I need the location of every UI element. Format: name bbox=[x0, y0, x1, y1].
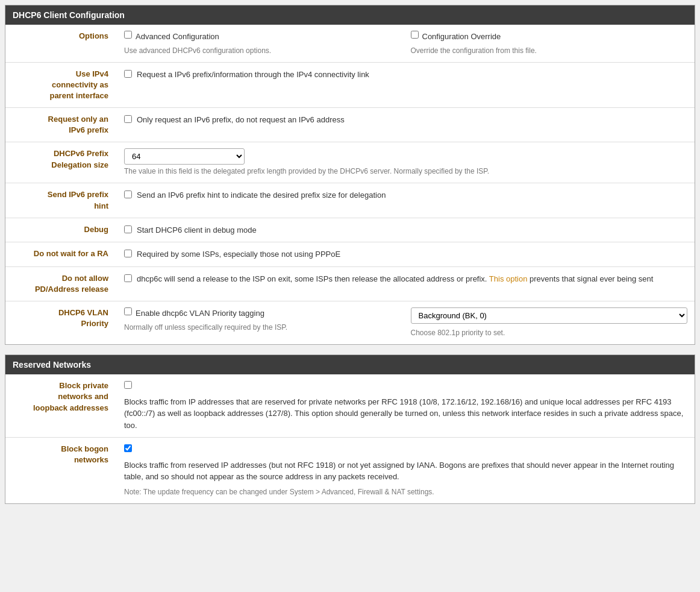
ipv6-prefix-only-content: Only request an IPv6 prefix, do not requ… bbox=[117, 108, 695, 142]
debug-text: Start DHCP6 client in debug mode bbox=[137, 224, 257, 236]
block-private-checkbox[interactable] bbox=[124, 381, 132, 389]
ipv6-prefix-only-row: Request only anIPv6 prefix Only request … bbox=[5, 108, 695, 142]
ipv4-parent-text: Request a IPv6 prefix/information throug… bbox=[137, 69, 369, 81]
options-content: Advanced Configuration Use advanced DHCP… bbox=[117, 25, 695, 62]
ipv4-parent-content: Request a IPv6 prefix/information throug… bbox=[117, 62, 695, 108]
pd-release-content: dhcp6c will send a release to the ISP on… bbox=[117, 266, 695, 301]
dhcp6-panel: DHCP6 Client Configuration Options Advan… bbox=[5, 5, 695, 345]
prefix-delegation-desc: The value in this field is the delegated… bbox=[124, 166, 687, 177]
vlan-priority-left-desc: Normally off unless specifically require… bbox=[124, 322, 401, 333]
vlan-priority-select[interactable]: Background (BK, 0) Best Effort (BE, 1) E… bbox=[411, 307, 688, 324]
block-private-row: Block privatenetworks andloopback addres… bbox=[5, 374, 695, 438]
vlan-right: Background (BK, 0) Best Effort (BE, 1) E… bbox=[411, 307, 688, 338]
ipv6-prefix-hint-content: Send an IPv6 prefix hint to indicate the… bbox=[117, 183, 695, 218]
ipv4-parent-label: Use IPv4connectivity asparent interface bbox=[5, 62, 117, 108]
no-wait-ra-checkbox[interactable] bbox=[124, 250, 132, 257]
prefix-delegation-row: DHCPv6 PrefixDelegation size 48 52 56 60… bbox=[5, 142, 695, 183]
ipv6-prefix-hint-row: Send IPv6 prefixhint Send an IPv6 prefix… bbox=[5, 183, 695, 218]
no-wait-ra-row: Do not wait for a RA Required by some IS… bbox=[5, 242, 695, 267]
ipv6-prefix-only-checkbox[interactable] bbox=[124, 115, 132, 123]
ipv6-prefix-only-label: Request only anIPv6 prefix bbox=[5, 108, 117, 142]
advanced-config-label: Advanced Configuration bbox=[136, 31, 219, 43]
prefix-delegation-select[interactable]: 48 52 56 60 62 63 64 bbox=[124, 148, 245, 165]
vlan-priority-right-desc: Choose 802.1p priority to set. bbox=[411, 327, 688, 338]
advanced-config-desc: Use advanced DHCPv6 configuration option… bbox=[124, 45, 401, 56]
block-bogon-content: Blocks traffic from reserved IP addresse… bbox=[117, 438, 695, 503]
vlan-priority-label: DHCP6 VLANPriority bbox=[5, 301, 117, 345]
pd-release-highlight: This option bbox=[489, 274, 528, 283]
reserved-networks-header: Reserved Networks bbox=[5, 355, 695, 374]
config-override-row: Configuration Override bbox=[411, 31, 688, 43]
options-label: Options bbox=[5, 25, 117, 62]
vlan-priority-text: Enable dhcp6c VLAN Priority tagging bbox=[136, 307, 264, 320]
vlan-checkbox-row: Enable dhcp6c VLAN Priority tagging bbox=[124, 307, 401, 320]
no-wait-ra-content: Required by some ISPs, especially those … bbox=[117, 242, 695, 267]
vlan-left: Enable dhcp6c VLAN Priority tagging Norm… bbox=[124, 307, 401, 338]
advanced-config-row: Advanced Configuration bbox=[124, 31, 401, 43]
pd-release-text: dhcp6c will send a release to the ISP on… bbox=[137, 273, 653, 285]
config-override-label: Configuration Override bbox=[422, 31, 501, 43]
ipv4-parent-row: Use IPv4connectivity asparent interface … bbox=[5, 62, 695, 108]
ipv6-prefix-hint-label: Send IPv6 prefixhint bbox=[5, 183, 117, 218]
block-bogon-checkbox[interactable] bbox=[124, 444, 132, 452]
vlan-priority-checkbox[interactable] bbox=[124, 307, 132, 315]
debug-row: Debug Start DHCP6 client in debug mode bbox=[5, 218, 695, 242]
vlan-priority-row: DHCP6 VLANPriority Enable dhcp6c VLAN Pr… bbox=[5, 301, 695, 345]
ipv6-prefix-only-text: Only request an IPv6 prefix, do not requ… bbox=[137, 114, 345, 126]
pd-release-checkbox[interactable] bbox=[124, 274, 132, 282]
config-override-checkbox[interactable] bbox=[411, 31, 419, 39]
prefix-delegation-content: 48 52 56 60 62 63 64 The value in this f… bbox=[117, 142, 695, 183]
debug-label: Debug bbox=[5, 218, 117, 242]
debug-checkbox[interactable] bbox=[124, 225, 132, 233]
ipv6-prefix-hint-text: Send an IPv6 prefix hint to indicate the… bbox=[137, 189, 386, 201]
dhcp6-panel-header: DHCP6 Client Configuration bbox=[5, 5, 695, 25]
block-bogon-note: Note: The update frequency can be change… bbox=[124, 487, 687, 497]
block-bogon-label: Block bogonnetworks bbox=[5, 438, 117, 503]
options-row: Options Advanced Configuration Use advan… bbox=[5, 25, 695, 62]
pd-release-label: Do not allowPD/Address release bbox=[5, 266, 117, 301]
config-override-desc: Override the configuration from this fil… bbox=[411, 45, 688, 56]
pd-release-row: Do not allowPD/Address release dhcp6c wi… bbox=[5, 266, 695, 301]
prefix-delegation-label: DHCPv6 PrefixDelegation size bbox=[5, 142, 117, 183]
block-private-content: Blocks traffic from IP addresses that ar… bbox=[117, 374, 695, 438]
advanced-config-col: Advanced Configuration Use advanced DHCP… bbox=[124, 31, 401, 56]
block-private-label: Block privatenetworks andloopback addres… bbox=[5, 374, 117, 438]
no-wait-ra-label: Do not wait for a RA bbox=[5, 242, 117, 267]
ipv6-prefix-hint-checkbox[interactable] bbox=[124, 191, 132, 198]
advanced-config-checkbox[interactable] bbox=[124, 31, 132, 39]
debug-content: Start DHCP6 client in debug mode bbox=[117, 218, 695, 242]
reserved-networks-panel: Reserved Networks Block privatenetworks … bbox=[5, 354, 695, 504]
no-wait-ra-text: Required by some ISPs, especially those … bbox=[137, 248, 340, 260]
block-private-text: Blocks traffic from IP addresses that ar… bbox=[124, 396, 687, 432]
ipv4-parent-checkbox[interactable] bbox=[124, 70, 132, 78]
config-override-col: Configuration Override Override the conf… bbox=[411, 31, 688, 56]
block-bogon-text: Blocks traffic from reserved IP addresse… bbox=[124, 459, 687, 483]
block-bogon-row: Block bogonnetworks Blocks traffic from … bbox=[5, 438, 695, 503]
dhcp6-config-table: Options Advanced Configuration Use advan… bbox=[5, 25, 695, 344]
reserved-config-table: Block privatenetworks andloopback addres… bbox=[5, 374, 695, 503]
vlan-priority-content: Enable dhcp6c VLAN Priority tagging Norm… bbox=[117, 301, 695, 345]
